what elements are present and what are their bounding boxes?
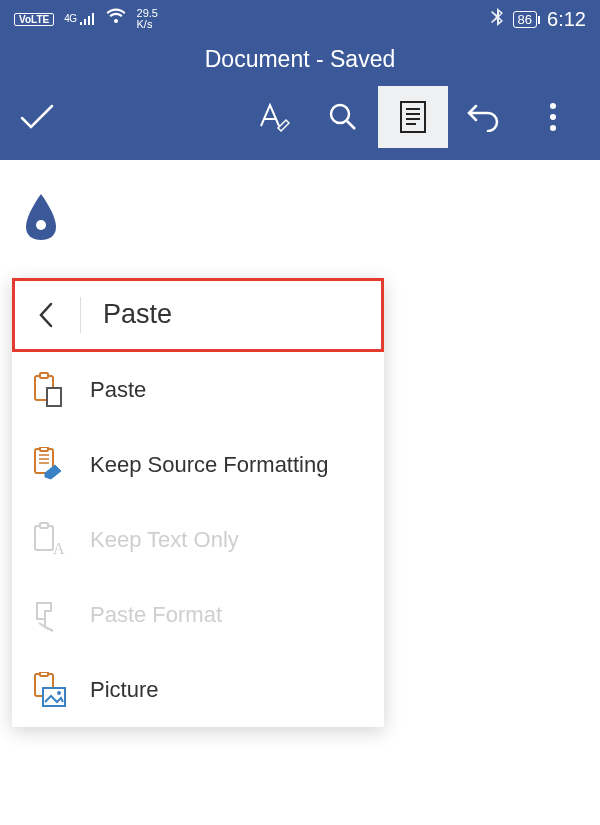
menu-item-keep-source-formatting[interactable]: Keep Source Formatting [12, 427, 384, 502]
status-bar: VoLTE 4G 29.5K/s 86 6:12 [0, 0, 600, 38]
signal-gen: 4G [64, 14, 76, 24]
svg-rect-15 [43, 688, 65, 706]
paste-icon [30, 371, 68, 409]
bluetooth-icon [491, 8, 503, 30]
title-bar: Document - Saved [0, 38, 600, 80]
format-button[interactable] [238, 86, 308, 148]
svg-text:A: A [53, 540, 65, 557]
svg-point-3 [550, 114, 556, 120]
ink-drop-icon [26, 194, 56, 240]
svg-rect-1 [401, 102, 425, 132]
signal-icon: 4G [64, 12, 94, 26]
panel-title: Paste [81, 299, 172, 330]
menu-item-paste-format: Paste Format [12, 577, 384, 652]
picture-icon [30, 671, 68, 709]
svg-rect-11 [40, 523, 48, 528]
svg-point-0 [331, 105, 349, 123]
svg-rect-9 [40, 447, 48, 451]
keep-source-formatting-icon [30, 446, 68, 484]
svg-point-16 [57, 691, 61, 695]
reading-view-button[interactable] [378, 86, 448, 148]
undo-button[interactable] [448, 86, 518, 148]
svg-rect-6 [40, 373, 48, 378]
svg-rect-7 [47, 388, 61, 406]
menu-label: Keep Text Only [90, 527, 239, 553]
volte-badge: VoLTE [14, 13, 54, 26]
menu-item-picture[interactable]: Picture [12, 652, 384, 727]
menu-label: Picture [90, 677, 158, 703]
done-button[interactable] [12, 86, 62, 148]
battery-indicator: 86 [513, 11, 537, 28]
network-speed: 29.5K/s [137, 8, 158, 30]
document-area[interactable]: Paste Paste Keep Source Formatting A Kee… [0, 160, 600, 825]
toolbar [0, 80, 600, 160]
wifi-icon [105, 8, 127, 30]
svg-point-2 [550, 103, 556, 109]
svg-point-4 [550, 125, 556, 131]
keep-text-only-icon: A [30, 521, 68, 559]
panel-header: Paste [12, 278, 384, 352]
menu-label: Paste Format [90, 602, 222, 628]
status-left: VoLTE 4G 29.5K/s [14, 8, 158, 30]
menu-item-paste[interactable]: Paste [12, 352, 384, 427]
search-button[interactable] [308, 86, 378, 148]
menu-label: Keep Source Formatting [90, 452, 328, 478]
menu-item-keep-text-only: A Keep Text Only [12, 502, 384, 577]
svg-rect-10 [35, 526, 53, 550]
document-title: Document - Saved [205, 46, 395, 73]
svg-rect-14 [40, 672, 48, 676]
more-button[interactable] [518, 86, 588, 148]
paste-panel: Paste Paste Keep Source Formatting A Kee… [12, 278, 384, 727]
clock: 6:12 [547, 8, 586, 31]
back-button[interactable] [12, 278, 80, 351]
status-right: 86 6:12 [491, 8, 586, 31]
paste-format-icon [30, 596, 68, 634]
menu-label: Paste [90, 377, 146, 403]
